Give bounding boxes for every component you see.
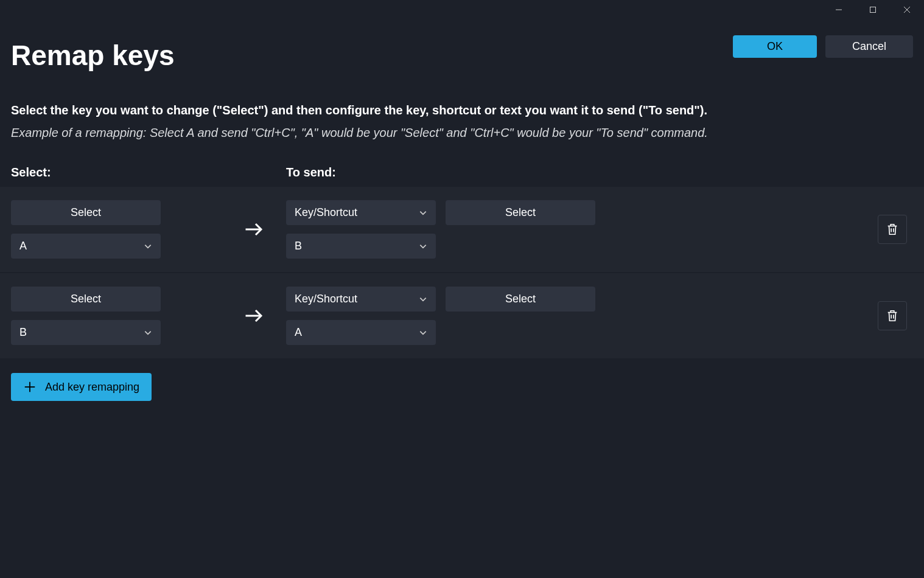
ok-button[interactable]: OK [733,35,817,58]
select-key-value: B [19,326,27,339]
delete-mapping-button[interactable] [878,215,907,244]
select-key-value: A [19,240,27,252]
tosend-select-button[interactable]: Select [446,200,595,225]
trash-icon [886,223,899,236]
chevron-down-icon [144,242,152,251]
trash-icon [886,309,899,322]
mapping-row: Select A Key/Shortcut B Select [0,187,924,272]
svg-rect-1 [870,7,876,13]
tosend-group: Key/Shortcut B Select [286,200,595,259]
tosend-type-col: Key/Shortcut A [286,287,436,345]
delete-cell [878,301,913,330]
tosend-type-value: Key/Shortcut [295,206,357,219]
instruction-primary: Select the key you want to change ("Sele… [11,103,913,117]
minimize-icon [835,6,842,13]
instruction-example: Example of a remapping: Select A and sen… [11,126,913,140]
delete-mapping-button[interactable] [878,301,907,330]
page-title: Remap keys [11,39,175,72]
select-group: Select A [11,200,222,259]
chevron-down-icon [419,295,427,304]
add-remapping-label: Add key remapping [45,381,139,394]
arrow-right-icon [243,305,265,327]
chevron-down-icon [419,209,427,217]
delete-cell [878,215,913,244]
column-header-select: Select: [11,165,286,179]
tosend-group: Key/Shortcut A Select [286,287,595,345]
select-key-button[interactable]: Select [11,200,161,225]
select-key-button[interactable]: Select [11,287,161,312]
header-actions: OK Cancel [733,35,913,58]
window-titlebar [0,0,924,19]
tosend-type-col: Key/Shortcut B [286,200,436,259]
select-key-dropdown[interactable]: A [11,234,161,259]
maximize-button[interactable] [856,0,890,19]
close-icon [903,6,911,13]
column-header-tosend: To send: [286,165,336,179]
arrow-indicator [222,218,286,240]
tosend-key-dropdown[interactable]: B [286,234,436,259]
add-remapping-button[interactable]: Add key remapping [11,373,152,401]
minimize-button[interactable] [822,0,856,19]
tosend-type-dropdown[interactable]: Key/Shortcut [286,287,436,312]
tosend-type-value: Key/Shortcut [295,293,357,305]
tosend-key-value: A [295,326,302,339]
header: Remap keys OK Cancel [0,19,924,72]
select-key-dropdown[interactable]: B [11,320,161,345]
maximize-icon [869,6,877,13]
tosend-key-value: B [295,240,302,252]
close-button[interactable] [890,0,924,19]
add-row: Add key remapping [0,360,924,414]
instructions: Select the key you want to change ("Sele… [0,72,924,140]
chevron-down-icon [144,329,152,337]
cancel-button[interactable]: Cancel [825,35,913,58]
tosend-type-dropdown[interactable]: Key/Shortcut [286,200,436,225]
arrow-indicator [222,305,286,327]
column-headers: Select: To send: [0,140,924,187]
tosend-select-button[interactable]: Select [446,287,595,312]
arrow-right-icon [243,218,265,240]
select-group: Select B [11,287,222,345]
tosend-key-dropdown[interactable]: A [286,320,436,345]
chevron-down-icon [419,329,427,337]
mapping-row: Select B Key/Shortcut A Select [0,273,924,358]
plus-icon [23,380,37,394]
chevron-down-icon [419,242,427,251]
